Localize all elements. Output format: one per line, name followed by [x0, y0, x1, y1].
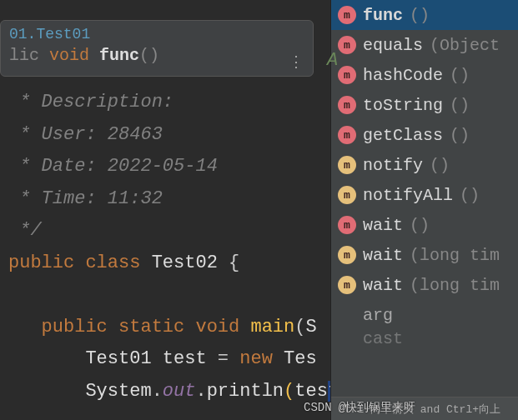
method-icon: m — [338, 96, 356, 114]
completion-name: wait — [363, 276, 403, 295]
completion-params: () — [410, 216, 430, 235]
method-icon: m — [338, 66, 356, 84]
completion-keyword[interactable]: arg — [331, 300, 518, 330]
method-icon: m — [338, 156, 356, 174]
completion-name: func — [363, 6, 403, 25]
completion-params: () — [430, 156, 450, 175]
completion-params: (long tim — [410, 246, 500, 265]
completion-item[interactable]: mhashCode() — [331, 60, 518, 90]
completion-params: () — [450, 96, 470, 115]
completion-params: () — [450, 126, 470, 145]
parameter-info-tooltip: 01.Test01 lic void func() ⋮ — [0, 20, 314, 77]
method-icon: m — [338, 276, 356, 294]
completion-params: () — [450, 66, 470, 85]
completion-keyword[interactable]: cast — [331, 330, 518, 347]
completion-item[interactable]: mwait(long tim — [331, 240, 518, 270]
completion-name: hashCode — [363, 66, 443, 85]
more-icon[interactable]: ⋮ — [289, 52, 304, 71]
completion-name: notify — [363, 156, 423, 175]
completion-item[interactable]: mequals(Object — [331, 30, 518, 60]
watermark: CSDN @快到锅里来呀 — [304, 400, 415, 415]
completion-item[interactable]: mnotify() — [331, 150, 518, 180]
method-icon: m — [338, 36, 356, 54]
completion-name: getClass — [363, 126, 443, 145]
completion-name: wait — [363, 216, 403, 235]
method-icon: m — [338, 216, 356, 234]
completion-name: equals — [363, 36, 423, 55]
completion-name: wait — [363, 246, 403, 265]
overlay-char: A — [327, 50, 338, 71]
completion-item[interactable]: mwait(long tim — [331, 270, 518, 300]
completion-params: (long tim — [410, 276, 500, 295]
tooltip-class-path: 01.Test01 — [9, 26, 304, 42]
completion-name: notifyAll — [363, 186, 453, 205]
tooltip-signature: lic void func() — [9, 46, 304, 65]
completion-popup[interactable]: mfunc()mequals(ObjectmhashCode()mtoStrin… — [330, 0, 518, 420]
completion-params: () — [460, 186, 480, 205]
completion-item[interactable]: mfunc() — [331, 0, 518, 30]
method-icon: m — [338, 186, 356, 204]
completion-params: (Object — [430, 36, 500, 55]
method-icon: m — [338, 246, 356, 264]
method-icon: m — [338, 6, 356, 24]
completion-item[interactable]: mnotifyAll() — [331, 180, 518, 210]
completion-item[interactable]: mtoString() — [331, 90, 518, 120]
completion-item[interactable]: mwait() — [331, 210, 518, 240]
method-icon: m — [338, 126, 356, 144]
completion-params: () — [410, 6, 430, 25]
completion-name: toString — [363, 96, 443, 115]
completion-item[interactable]: mgetClass() — [331, 120, 518, 150]
